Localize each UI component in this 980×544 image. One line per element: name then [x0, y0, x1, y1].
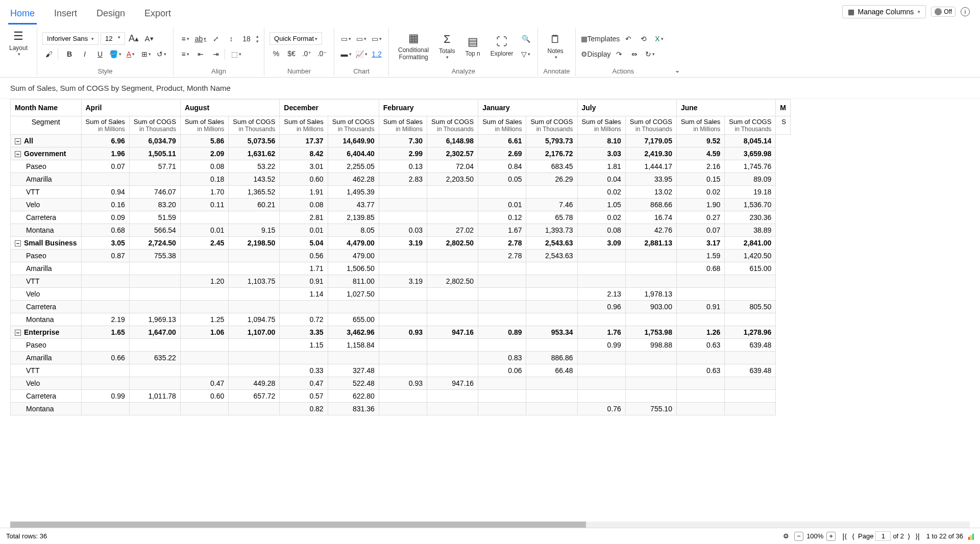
sales-header[interactable]: Sum of Salesin Millions	[81, 116, 129, 134]
data-cell[interactable]: 3.19	[379, 236, 427, 249]
data-cell[interactable]: 0.87	[81, 249, 129, 262]
data-cell[interactable]: 8.10	[577, 134, 625, 147]
data-cell[interactable]	[229, 338, 280, 351]
data-cell[interactable]	[676, 313, 724, 326]
data-cell[interactable]: 2,724.50	[129, 236, 180, 249]
data-cell[interactable]: 0.93	[379, 326, 427, 338]
data-cell[interactable]: 0.60	[180, 389, 228, 402]
data-cell[interactable]	[478, 262, 526, 275]
chart-type-1-button[interactable]: ▭▾	[339, 32, 353, 45]
data-cell[interactable]	[229, 262, 280, 275]
row-label[interactable]: Paseo	[11, 160, 82, 172]
data-cell[interactable]	[526, 275, 577, 287]
data-cell[interactable]	[81, 172, 129, 185]
data-cell[interactable]: 1,094.75	[229, 313, 280, 326]
data-cell[interactable]	[526, 313, 577, 326]
data-cell[interactable]: 998.88	[625, 338, 676, 351]
sales-header[interactable]: Sum of Salesin Millions	[379, 116, 427, 134]
collapse-icon[interactable]: −	[15, 330, 21, 336]
format-painter-button[interactable]: 🖌	[42, 47, 56, 61]
data-cell[interactable]: 1.20	[180, 275, 228, 287]
data-cell[interactable]: 1.91	[280, 185, 328, 198]
data-cell[interactable]	[577, 262, 625, 275]
data-cell[interactable]: 3,659.98	[725, 147, 776, 160]
cogs-header[interactable]: Sum of COGSin Thousands	[427, 116, 478, 134]
table-row[interactable]: Paseo1.151,158.840.99998.880.63639.48	[11, 338, 791, 351]
align-button[interactable]: ≡▾	[179, 32, 192, 45]
row-label[interactable]: Paseo	[11, 249, 82, 262]
data-cell[interactable]	[676, 275, 724, 287]
data-cell[interactable]: 462.28	[328, 172, 379, 185]
data-cell[interactable]: 1.90	[676, 198, 724, 211]
data-cell[interactable]	[180, 300, 228, 313]
align-left-button[interactable]: ≡▾	[179, 47, 192, 61]
data-cell[interactable]: 1,753.98	[625, 326, 676, 338]
table-row[interactable]: Velo0.1683.200.1160.210.0843.770.017.461…	[11, 198, 791, 211]
data-cell[interactable]	[229, 364, 280, 377]
table-row[interactable]: −All6.966,034.795.865,073.5617.3714,649.…	[11, 134, 791, 147]
data-cell[interactable]: 2,198.50	[229, 236, 280, 249]
data-cell[interactable]	[81, 364, 129, 377]
data-cell[interactable]	[577, 351, 625, 364]
month-header[interactable]: April	[81, 99, 180, 116]
data-cell[interactable]: 886.86	[526, 351, 577, 364]
row-label[interactable]: Montana	[11, 224, 82, 236]
undo-button[interactable]: ↶	[622, 32, 635, 45]
data-cell[interactable]: 1.76	[577, 326, 625, 338]
percent-button[interactable]: %	[270, 47, 283, 60]
data-cell[interactable]: 0.08	[280, 198, 328, 211]
data-cell[interactable]: 0.47	[180, 377, 228, 389]
data-cell[interactable]	[129, 364, 180, 377]
data-cell[interactable]	[129, 300, 180, 313]
row-label[interactable]: Montana	[11, 313, 82, 326]
data-cell[interactable]: 746.07	[129, 185, 180, 198]
data-cell[interactable]	[180, 338, 228, 351]
data-cell[interactable]	[577, 377, 625, 389]
data-cell[interactable]: 0.15	[676, 172, 724, 185]
data-cell[interactable]: 0.96	[577, 300, 625, 313]
data-cell[interactable]	[676, 389, 724, 402]
collapse-ribbon-button[interactable]: ⌄	[671, 65, 684, 76]
horizontal-scrollbar[interactable]	[10, 522, 970, 528]
row-label[interactable]: VTT	[11, 185, 82, 198]
explorer-button[interactable]: ⛶ Explorer	[486, 33, 518, 59]
data-cell[interactable]: 1,420.50	[725, 249, 776, 262]
data-cell[interactable]: 6,404.40	[328, 147, 379, 160]
data-cell[interactable]: 479.00	[328, 249, 379, 262]
cogs-header[interactable]: Sum of COGSin Thousands	[129, 116, 180, 134]
data-cell[interactable]	[676, 402, 724, 415]
data-cell[interactable]	[81, 262, 129, 275]
data-cell[interactable]: 9.15	[229, 224, 280, 236]
data-cell[interactable]	[526, 377, 577, 389]
data-cell[interactable]: 1.71	[280, 262, 328, 275]
data-cell[interactable]	[676, 351, 724, 364]
data-cell[interactable]: 1,631.62	[229, 147, 280, 160]
data-cell[interactable]: 51.59	[129, 211, 180, 224]
table-row[interactable]: Velo1.141,027.502.131,978.13	[11, 287, 791, 300]
data-cell[interactable]: 639.48	[725, 338, 776, 351]
data-cell[interactable]: 0.05	[478, 172, 526, 185]
data-cell[interactable]: 2,543.63	[526, 249, 577, 262]
data-cell[interactable]: 522.48	[328, 377, 379, 389]
data-cell[interactable]	[725, 275, 776, 287]
data-cell[interactable]: 5.04	[280, 236, 328, 249]
data-cell[interactable]	[180, 262, 228, 275]
table-row[interactable]: −Government1.961,505.112.091,631.628.426…	[11, 147, 791, 160]
data-cell[interactable]	[81, 338, 129, 351]
cogs-header[interactable]: Sum of COGSin Thousands	[526, 116, 577, 134]
data-cell[interactable]: 0.47	[280, 377, 328, 389]
data-cell[interactable]	[229, 300, 280, 313]
month-header[interactable]: M	[776, 99, 791, 116]
collapse-icon[interactable]: −	[15, 151, 21, 157]
data-cell[interactable]: 0.60	[280, 172, 328, 185]
data-cell[interactable]	[379, 300, 427, 313]
data-cell[interactable]: 5,793.73	[526, 134, 577, 147]
data-cell[interactable]	[328, 300, 379, 313]
data-cell[interactable]	[379, 287, 427, 300]
data-cell[interactable]	[577, 364, 625, 377]
data-cell[interactable]	[725, 377, 776, 389]
data-cell[interactable]: 3.17	[676, 236, 724, 249]
data-cell[interactable]: 755.10	[625, 402, 676, 415]
data-cell[interactable]: 3.19	[379, 275, 427, 287]
data-cell[interactable]: 1.05	[577, 198, 625, 211]
